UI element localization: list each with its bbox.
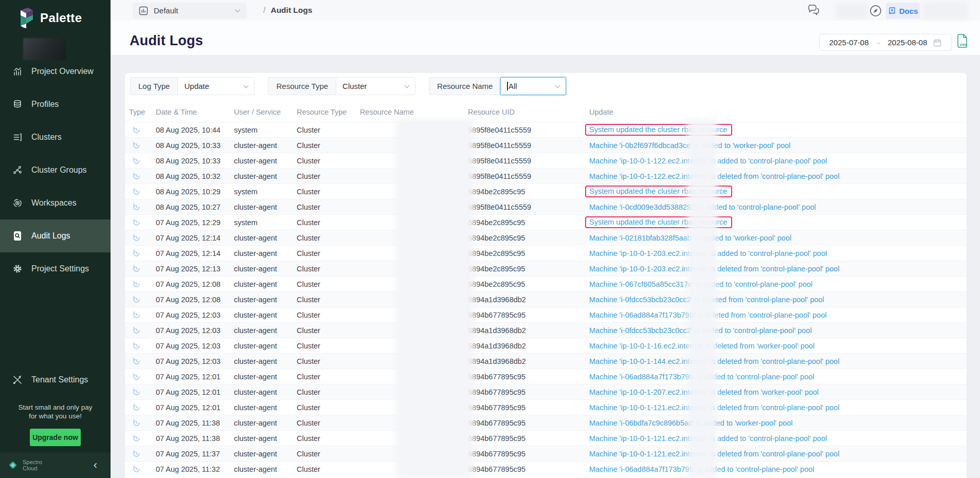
table-row[interactable]: 07 Aug 2025, 12:01 cluster-agent Cluster…: [125, 369, 967, 384]
docs-button[interactable]: Docs: [886, 3, 920, 19]
cell-resource-uid: 6894be2c895c95: [468, 280, 589, 288]
sidebar-item-project-overview[interactable]: Project Overview: [0, 55, 111, 88]
table-row[interactable]: 07 Aug 2025, 12:14 cluster-agent Cluster…: [125, 230, 967, 245]
book-icon: [888, 7, 896, 15]
palette-logo[interactable]: Palette: [17, 7, 82, 29]
project-scope-dropdown[interactable]: Default: [133, 3, 247, 19]
cell-resource-uid: 6894be2c895c95: [468, 249, 589, 258]
sidebar-item-project-settings[interactable]: Project Settings: [0, 252, 111, 285]
table-row[interactable]: 07 Aug 2025, 12:29 system Cluster 6894be…: [125, 214, 967, 230]
cell-resource-type: Cluster: [297, 218, 360, 227]
chart-icon: [12, 66, 23, 77]
table-row[interactable]: 08 Aug 2025, 10:33 cluster-agent Cluster…: [125, 137, 967, 153]
cell-resource-type: Cluster: [297, 141, 360, 150]
sidebar-item-clusters[interactable]: Clusters: [0, 121, 111, 154]
col-header-resource-type[interactable]: Resource Type: [297, 108, 360, 116]
col-header-update[interactable]: Update: [589, 108, 967, 116]
resource-type-select[interactable]: Cluster: [336, 77, 415, 95]
history-icon: [129, 434, 156, 442]
cell-resource-uid: 6895f8e0411c5559: [468, 126, 589, 134]
table-row[interactable]: 07 Aug 2025, 12:01 cluster-agent Cluster…: [125, 399, 967, 415]
table-row[interactable]: 07 Aug 2025, 11:37 cluster-agent Cluster…: [125, 446, 967, 461]
date-start[interactable]: 2025-07-08: [829, 38, 869, 47]
table-row[interactable]: 08 Aug 2025, 10:27 cluster-agent Cluster…: [125, 199, 967, 214]
history-icon: [129, 419, 156, 427]
date-range-picker[interactable]: 2025-07-08 → 2025-08-08: [819, 34, 952, 51]
table-row[interactable]: 08 Aug 2025, 10:32 cluster-agent Cluster…: [125, 168, 967, 183]
history-icon: [129, 342, 156, 350]
collapse-sidebar-chevron[interactable]: ‹: [94, 460, 103, 470]
col-header-date[interactable]: Date & Time: [156, 108, 234, 116]
table-row[interactable]: 08 Aug 2025, 10:44 system Cluster 6895f8…: [125, 122, 967, 137]
filter-log-type: Log Type Update: [130, 77, 255, 95]
history-icon: [129, 450, 156, 457]
sidebar-item-cluster-groups[interactable]: Cluster Groups: [0, 154, 111, 187]
sidebar-item-workspaces[interactable]: Workspaces: [0, 187, 111, 219]
table-header-row: Type Date & Time User / Service Resource…: [125, 102, 967, 122]
cell-resource-uid: 6894b677895c95: [468, 450, 589, 458]
history-icon: [129, 218, 156, 226]
table-row[interactable]: 07 Aug 2025, 12:08 cluster-agent Cluster…: [125, 276, 967, 291]
filter-label: Log Type: [130, 77, 177, 95]
breadcrumb-current[interactable]: Audit Logs: [270, 6, 312, 15]
title-band: Audit Logs 2025-07-08 → 2025-08-08 csv: [111, 21, 980, 55]
table-row[interactable]: 07 Aug 2025, 12:13 cluster-agent Cluster…: [125, 261, 967, 276]
history-icon: [129, 403, 156, 411]
col-header-type[interactable]: Type: [129, 108, 156, 116]
cell-resource-uid: 6894a1d3968db2: [468, 357, 589, 365]
cell-resource-uid: 6894b677895c95: [468, 373, 589, 381]
sidebar-footer: Spectro Cloud ‹: [0, 452, 111, 478]
table-row[interactable]: 07 Aug 2025, 12:03 cluster-agent Cluster…: [125, 307, 967, 322]
redacted-resource-uid-tail: [687, 119, 717, 478]
cell-resource-uid: 6895f8e0411c5559: [468, 141, 589, 150]
brand-name: Palette: [40, 11, 82, 25]
redacted-user-menu: [922, 2, 968, 20]
date-end[interactable]: 2025-08-08: [888, 38, 928, 47]
sidebar-item-tenant-settings[interactable]: Tenant Settings: [0, 363, 111, 396]
sidebar-item-profiles[interactable]: Profiles: [0, 88, 111, 121]
log-type-select[interactable]: Update: [177, 77, 255, 95]
cell-resource-uid: 6894a1d3968db2: [468, 342, 589, 350]
col-header-resource-uid[interactable]: Resource UID: [468, 108, 589, 116]
cell-user: cluster-agent: [234, 465, 297, 473]
sidebar-item-audit-logs[interactable]: Audit Logs: [0, 219, 111, 252]
cell-date: 08 Aug 2025, 10:33: [156, 157, 234, 165]
cell-date: 07 Aug 2025, 12:08: [156, 296, 234, 304]
cell-resource-uid: 6894b677895c95: [468, 311, 589, 319]
cell-date: 07 Aug 2025, 12:03: [156, 342, 234, 350]
filter-resource-type: Resource Type Cluster: [268, 77, 415, 95]
cell-user: system: [234, 188, 297, 196]
col-header-resource-name[interactable]: Resource Name: [360, 108, 468, 116]
cell-user: cluster-agent: [234, 265, 297, 273]
table-row[interactable]: 07 Aug 2025, 12:01 cluster-agent Cluster…: [125, 384, 967, 399]
cell-resource-uid: 6895f8e0411c5559: [468, 157, 589, 165]
table-row[interactable]: 08 Aug 2025, 10:33 cluster-agent Cluster…: [125, 153, 967, 168]
table-row[interactable]: 07 Aug 2025, 11:38 cluster-agent Cluster…: [125, 430, 967, 446]
cell-user: cluster-agent: [234, 280, 297, 288]
docs-label: Docs: [899, 7, 918, 15]
topbar: Default / Audit Logs: [111, 0, 980, 21]
table-row[interactable]: 07 Aug 2025, 12:03 cluster-agent Cluster…: [125, 338, 967, 353]
resource-name-select[interactable]: All: [500, 77, 566, 95]
chat-icon[interactable]: [807, 4, 821, 16]
export-csv-icon[interactable]: csv: [956, 34, 969, 48]
table-row[interactable]: 07 Aug 2025, 11:38 cluster-agent Cluster…: [125, 415, 967, 430]
history-icon: [129, 357, 156, 365]
table-row[interactable]: 07 Aug 2025, 12:08 cluster-agent Cluster…: [125, 291, 967, 307]
cell-user: cluster-agent: [234, 450, 297, 458]
history-icon: [129, 280, 156, 288]
col-header-user[interactable]: User / Service: [234, 108, 297, 116]
cell-resource-type: Cluster: [297, 342, 360, 350]
upgrade-now-button[interactable]: Upgrade now: [30, 429, 81, 446]
table-row[interactable]: 07 Aug 2025, 12:03 cluster-agent Cluster…: [125, 353, 967, 369]
table-row[interactable]: 07 Aug 2025, 12:14 cluster-agent Cluster…: [125, 245, 967, 261]
table-row[interactable]: 08 Aug 2025, 10:29 system Cluster 6894be…: [125, 183, 967, 199]
cell-update: Machine 'i-06ad884a7f173b79b' is added t…: [589, 465, 967, 473]
orbit-icon: [12, 198, 23, 208]
compass-icon[interactable]: [869, 4, 882, 17]
cell-resource-uid: 6894b677895c95: [468, 465, 589, 473]
cell-user: cluster-agent: [234, 434, 297, 443]
table-row[interactable]: 07 Aug 2025, 12:03 cluster-agent Cluster…: [125, 322, 967, 338]
cell-update: Machine 'ip-10-0-1-203.ec2.internal' is …: [589, 265, 967, 273]
table-row[interactable]: 07 Aug 2025, 11:32 cluster-agent Cluster…: [125, 461, 967, 476]
